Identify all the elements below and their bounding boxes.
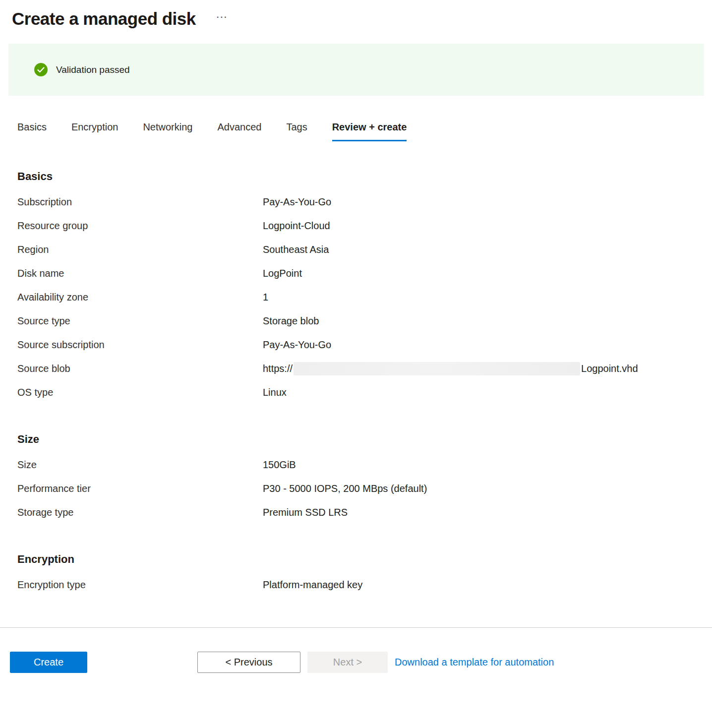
source-blob-suffix: Logpoint.vhd (581, 363, 638, 374)
tab-tags[interactable]: Tags (286, 121, 307, 141)
field-label: Disk name (17, 268, 263, 279)
field-label: Resource group (17, 220, 263, 232)
field-label: Source type (17, 315, 263, 327)
field-label: Source subscription (17, 339, 263, 351)
field-label: OS type (17, 387, 263, 398)
field-value: Linux (263, 387, 287, 398)
field-row: Availability zone 1 (17, 285, 712, 309)
create-button[interactable]: Create (10, 652, 87, 673)
tab-encryption[interactable]: Encryption (71, 121, 119, 141)
field-label: Source blob (17, 363, 263, 374)
field-row: Region Southeast Asia (17, 238, 712, 261)
field-value: LogPoint (263, 268, 302, 279)
field-label: Size (17, 459, 263, 471)
field-value: 150GiB (263, 459, 296, 471)
field-row: Storage type Premium SSD LRS (17, 500, 712, 524)
create-managed-disk-page: Create a managed disk ··· Validation pas… (0, 0, 712, 683)
field-value: Premium SSD LRS (263, 507, 348, 518)
validation-message: Validation passed (56, 64, 130, 75)
section-title: Size (17, 433, 712, 446)
field-value: Storage blob (263, 315, 319, 327)
field-value: Platform-managed key (263, 579, 362, 591)
check-circle-icon (34, 63, 48, 76)
field-row-source-blob: Source blob https:// Logpoint.vhd (17, 357, 712, 380)
field-value: Pay-As-You-Go (263, 339, 331, 351)
section-title: Basics (17, 170, 712, 183)
field-value: P30 - 5000 IOPS, 200 MBps (default) (263, 483, 427, 494)
source-blob-prefix: https:// (263, 363, 293, 374)
field-row: Subscription Pay-As-You-Go (17, 190, 712, 214)
field-label: Performance tier (17, 483, 263, 494)
field-label: Encryption type (17, 579, 263, 591)
field-row: Resource group Logpoint-Cloud (17, 214, 712, 238)
field-label: Region (17, 244, 263, 255)
more-options-icon[interactable]: ··· (217, 13, 228, 21)
field-row: Size 150GiB (17, 453, 712, 477)
field-value-source-blob: https:// Logpoint.vhd (263, 362, 638, 375)
tab-review-create[interactable]: Review + create (332, 121, 407, 141)
section-encryption: Encryption Encryption type Platform-mana… (17, 553, 712, 597)
validation-banner: Validation passed (8, 44, 704, 96)
redacted-url-bar (294, 362, 580, 375)
field-row: Encryption type Platform-managed key (17, 573, 712, 597)
field-value: Logpoint-Cloud (263, 220, 330, 232)
page-header: Create a managed disk ··· (0, 9, 712, 29)
previous-button[interactable]: < Previous (197, 652, 300, 673)
field-row: Performance tier P30 - 5000 IOPS, 200 MB… (17, 477, 712, 500)
field-value: Southeast Asia (263, 244, 329, 255)
section-size: Size Size 150GiB Performance tier P30 - … (17, 433, 712, 524)
field-value: Pay-As-You-Go (263, 196, 331, 208)
download-template-link[interactable]: Download a template for automation (395, 657, 554, 668)
tab-basics[interactable]: Basics (17, 121, 47, 141)
field-row: Disk name LogPoint (17, 261, 712, 285)
tab-bar: Basics Encryption Networking Advanced Ta… (17, 121, 712, 141)
section-basics: Basics Subscription Pay-As-You-Go Resour… (17, 170, 712, 404)
field-row: Source subscription Pay-As-You-Go (17, 333, 712, 357)
field-label: Availability zone (17, 292, 263, 303)
review-content: Basics Subscription Pay-As-You-Go Resour… (0, 170, 712, 597)
next-button: Next > (307, 652, 388, 673)
field-row: Source type Storage blob (17, 309, 712, 333)
field-label: Subscription (17, 196, 263, 208)
field-value: 1 (263, 292, 268, 303)
field-label: Storage type (17, 507, 263, 518)
section-title: Encryption (17, 553, 712, 566)
footer-action-bar: Create < Previous Next > Download a temp… (0, 628, 712, 683)
tab-networking[interactable]: Networking (143, 121, 192, 141)
field-row: OS type Linux (17, 380, 712, 404)
tab-advanced[interactable]: Advanced (217, 121, 261, 141)
page-title: Create a managed disk (12, 9, 196, 29)
